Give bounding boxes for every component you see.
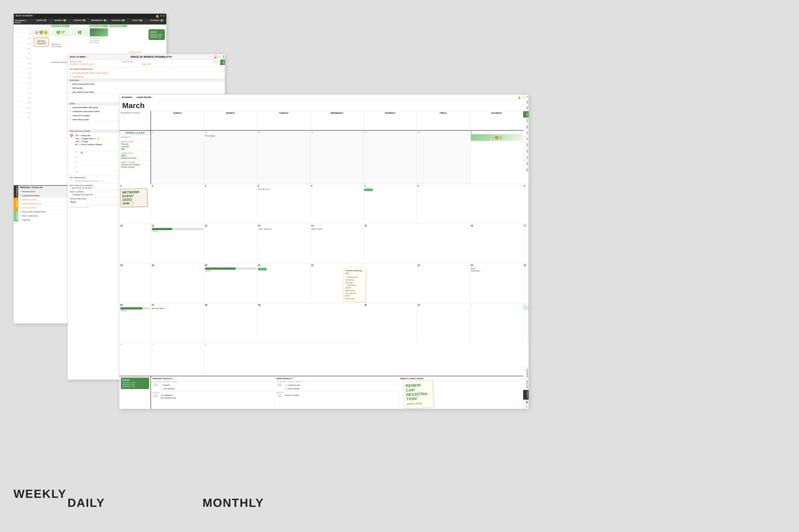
monthly-tab-nov[interactable]: NOV <box>523 160 529 167</box>
w6-thu: 3 <box>120 343 151 376</box>
w2-thu: 6 <box>310 184 364 224</box>
day-monday: MONDAY 10 <box>51 19 70 24</box>
w4-thu: 20 3,365 ◫ <box>204 263 257 303</box>
bottom-savings-pct: 10% <box>132 386 135 388</box>
due-dates-label-2: DUEDATES <box>152 394 159 399</box>
gamechanger-item-1: ✓go to the gym after class to decompress <box>68 71 225 75</box>
priority-label: PRIORITY <box>14 197 18 210</box>
cal-hdr-fri: FRIDAY <box>417 111 470 131</box>
floral-deco: 🌸🌿🌼 <box>471 134 523 141</box>
progress-w5 <box>120 307 150 309</box>
w5-sat: 29 <box>257 303 310 343</box>
right-spacer-w5 <box>310 303 364 343</box>
free-item-4: 8/1 — End of summer classes <box>75 143 102 146</box>
personal-section: PERSONAL ✓pack meal prep for lunch ✓fold… <box>68 79 225 94</box>
work-projects-section: WORK PROJECTS TOP PRIORITY PROJECT: PROJ… <box>275 376 399 409</box>
network-event-sticky: NETWORKEVENT3/10@1PM 🕐 <box>120 188 147 207</box>
tab-jan[interactable]: JAN <box>220 54 225 59</box>
personal-item-1: ✓pack meal prep for lunch <box>68 82 225 86</box>
personal-task-2: ✓ clean surfaces <box>160 387 273 390</box>
day-saturday: SATURDAY 15 <box>147 19 166 24</box>
w2-tue: 4 <box>204 184 257 224</box>
w5-sun: 23 <box>417 263 470 303</box>
w3-tue: 11 2,470 ◫ <box>151 224 204 264</box>
grocery-list-sticky: GROCERY SHOPPING LIST ✓ dark chocolate g… <box>343 268 366 302</box>
brunch-note: Brunch w/ Amy+Emily <box>51 43 69 48</box>
w5-thu: 27 Spring Clean! <box>151 303 204 343</box>
w3-mon: 10 <box>120 224 151 264</box>
day-thursday: THURSDAY 13 <box>109 19 128 24</box>
work-task-2: ✓ review changes <box>284 387 397 390</box>
renew-car-sticky: RENEWCARREGISTRA-TION!(before April) <box>403 380 434 409</box>
w6-fri: 4 <box>151 343 204 376</box>
monthly-tab-apr[interactable]: APR <box>523 118 529 124</box>
back-to-week-btn[interactable]: BACK TO WEEK → <box>70 56 88 58</box>
pay-day-badge-2: PAY DAY <box>258 268 267 270</box>
monthly-tab-aug[interactable]: AUG <box>523 142 529 148</box>
personal-projects-section: PERSONAL PROJECTS TOP PRIORITY PROJECT: … <box>151 376 275 409</box>
w1-wed: 26 <box>310 131 364 184</box>
monthly-top-bar: ROADMAP → VISION BOARD → 🔔 ♡ ⤴ <box>120 95 529 100</box>
bottom-left: MARCH SAVINGS: 2,030 SAVINGS: TBD PERCEN… <box>120 376 151 409</box>
w2-fri: 7 PAY DAY <box>364 184 417 224</box>
right-spacer-w6 <box>257 343 310 376</box>
w6-sat: 5 <box>204 343 257 376</box>
monthly-tab-may[interactable]: MAY <box>523 124 529 130</box>
work-due-dates-2: DUEDATES <box>276 394 283 397</box>
w4-wed: 19 <box>151 263 204 303</box>
monthly-bottom: MARCH SAVINGS: 2,030 SAVINGS: TBD PERCEN… <box>120 376 529 409</box>
smtwtfs: S M T W T F S <box>174 61 223 62</box>
free-item-3: 7/20 — Finals! <box>75 140 102 143</box>
w4-sun: 16 <box>470 224 523 264</box>
space-label: SPACE OF INFINITE POSSIBILITY® <box>130 56 172 58</box>
personal-label: PERSONAL <box>68 79 225 82</box>
monthly-tab-sep[interactable]: SEP <box>523 148 529 154</box>
cal-hdr-sun: SUNDAY <box>151 111 204 131</box>
back-to-month[interactable]: BACK TO MONTH → <box>16 15 35 18</box>
monthly-tab-apple[interactable]: 🍎 <box>523 400 529 405</box>
monthly-tab-oct[interactable]: OCT <box>523 154 529 160</box>
monthly-tab-g[interactable]: G <box>523 405 529 409</box>
w1-tue: 25 <box>257 131 310 184</box>
people-to-see-label: PEOPLE TO SEE <box>121 141 149 142</box>
march-goal: 2,030 <box>158 34 162 35</box>
monthly-tab-star[interactable]: ★ <box>523 95 529 99</box>
monthly-tab-sections[interactable]: SECTIONS <box>523 379 529 390</box>
monthly-tab-planner[interactable]: PLANNER <box>523 390 529 400</box>
monthly-tab-feb[interactable]: FEB <box>523 105 529 111</box>
day-tuesday: TUESDAY 11 <box>70 19 89 24</box>
personal-proj-1: Car registration <box>160 394 273 397</box>
time-column: 6:00 7:00 8:00 9:00 10:00 11:00 12:00 1:… <box>14 28 32 185</box>
wednesday-notes: Launching was inJune the classwere delig… <box>90 37 108 43</box>
monthly-title: March <box>122 101 145 110</box>
projects-label: PROJECTS! <box>121 136 149 138</box>
exercise-badge-mon: TODAY'S EXERCISE <box>51 25 69 27</box>
w2-wed-event: docs@11am <box>258 188 310 190</box>
daily-focus-row: TODAY'S FOCUS English class & gym TODAY'… <box>68 60 225 68</box>
tab-feb[interactable]: FEB <box>220 60 225 65</box>
monthly-tab-dec[interactable]: DEC <box>523 167 529 173</box>
monthly-tab-jan[interactable]: JAN <box>523 99 529 105</box>
roadmap-btn[interactable]: ROADMAP → <box>122 96 135 98</box>
w4-fri: 21 PAY DAY <box>257 263 310 303</box>
day-friday: FRIDAY 14 <box>128 19 147 24</box>
refill-med: RefillMedication <box>471 267 522 272</box>
work-projects-label: WORK PROJECTS <box>276 378 397 380</box>
left-panel-header: THIS MONTH'S FOCUS <box>120 111 151 131</box>
monthly-tab-jun[interactable]: JUN <box>523 130 529 136</box>
monthly-tab-jul[interactable]: JUL <box>523 136 529 141</box>
w2-sun: 2 NETWORKEVENT3/10@1PM 🕐 <box>120 184 151 224</box>
monthly-tab-quarters[interactable]: QUARTERS <box>523 367 529 379</box>
bottom-savings-saving: TBD <box>131 384 134 386</box>
person-1: Parents <box>121 143 149 146</box>
gamechanger-item-2: ✓call parents! <box>68 75 225 79</box>
person-3: Allie <box>121 148 149 150</box>
march-savings-bottom: MARCH SAVINGS: 2,030 SAVINGS: TBD PERCEN… <box>121 378 149 389</box>
today-focus-value: English class & gym <box>70 62 118 65</box>
monthly-tab-mar[interactable]: MAR <box>523 111 529 117</box>
today-date-label: TODAY'S DATE <box>122 61 170 62</box>
exercise-badge-wed: TODAY'S EXERCISE <box>90 25 108 27</box>
vision-board-btn[interactable]: VISION BOARD → <box>137 96 154 98</box>
left-panel-content: SPRING CLEAN! PROJECTS! PEOPLE TO SEE Pa… <box>120 131 151 184</box>
w1-fri: 28 <box>417 131 470 184</box>
